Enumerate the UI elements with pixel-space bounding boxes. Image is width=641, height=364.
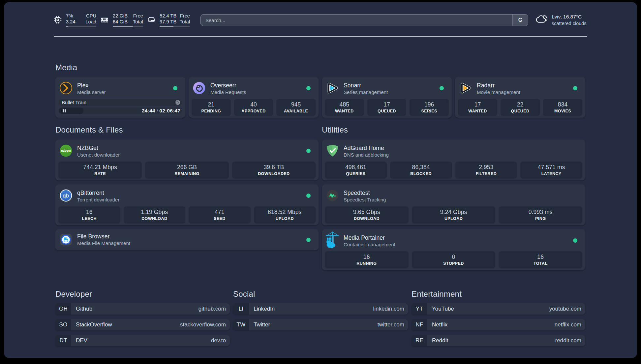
svg-text:qb: qb xyxy=(63,193,69,199)
svg-text:nzbget: nzbget xyxy=(61,149,71,152)
